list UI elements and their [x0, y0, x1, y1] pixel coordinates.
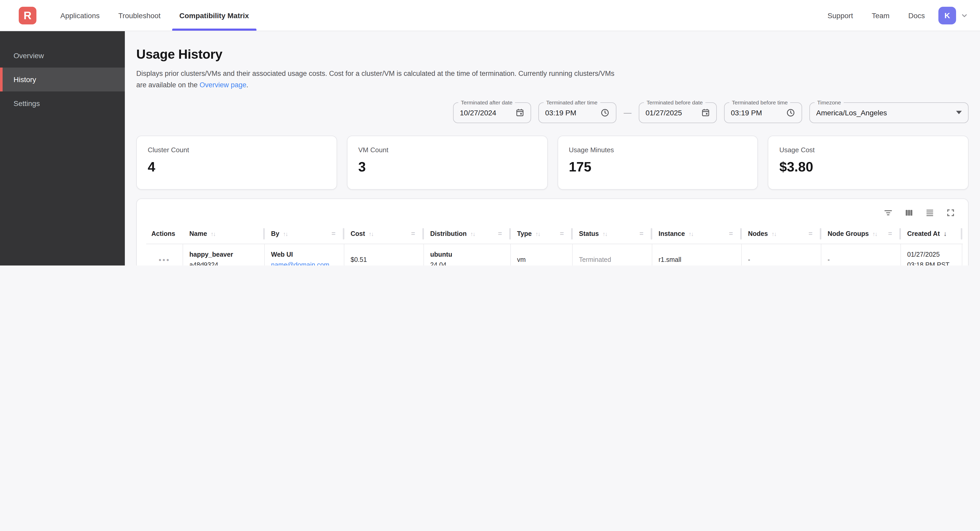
range-separator: — — [624, 108, 632, 117]
columns-icon[interactable] — [904, 208, 914, 218]
filter-icon[interactable] — [883, 208, 893, 218]
column-header-status[interactable]: Status ↑↓ ↓ = — [573, 223, 652, 243]
column-menu-icon[interactable]: = — [729, 230, 733, 238]
column-header-actions[interactable]: Actions ↑↓ ↓ = — [146, 223, 183, 243]
calendar-icon[interactable] — [701, 108, 710, 117]
stat-value: 4 — [148, 159, 326, 175]
column-menu-icon[interactable]: = — [888, 230, 892, 238]
sidebar: Overview History Settings — [0, 31, 125, 265]
sort-icon[interactable]: ↑↓ — [536, 230, 540, 237]
stat-card: Usage Cost $3.80 — [768, 135, 969, 189]
chevron-down-icon[interactable] — [960, 11, 969, 19]
cell-nodes: - — [742, 244, 821, 265]
sort-icon[interactable]: ↑↓ — [211, 230, 215, 237]
usage-table-card: Actions ↑↓ ↓ = Name ↑↓ ↓ = — [136, 198, 969, 265]
calendar-icon[interactable] — [515, 108, 524, 117]
column-header-cost[interactable]: Cost ↑↓ ↓ = — [344, 223, 424, 243]
sort-icon[interactable]: ↑↓ — [872, 230, 877, 237]
clock-icon[interactable] — [600, 108, 609, 117]
nav-tab-compatibility-matrix[interactable]: Compatibility Matrix — [170, 0, 258, 31]
sort-icon[interactable]: ↑↓ — [689, 230, 693, 237]
stat-card: Cluster Count 4 — [136, 135, 337, 189]
column-menu-icon[interactable]: = — [560, 230, 564, 238]
column-header-instance[interactable]: Instance ↑↓ ↓ = — [652, 223, 742, 243]
top-link[interactable]: Docs — [908, 11, 925, 19]
filters-row: Terminated after date 10/27/2024 Termina… — [136, 102, 969, 123]
table-header-row: Actions ↑↓ ↓ = Name ↑↓ ↓ = — [146, 223, 963, 244]
cell-distribution: ubuntu24.04 — [424, 244, 511, 265]
stat-label: Usage Cost — [780, 146, 958, 154]
sort-desc-icon[interactable]: ↓ — [943, 230, 947, 238]
active-tab-underline — [172, 29, 256, 31]
sort-icon[interactable]: ↑↓ — [283, 230, 288, 237]
column-menu-icon[interactable]: = — [640, 230, 643, 238]
column-header-nodes[interactable]: Nodes ↑↓ ↓ = — [742, 223, 821, 243]
top-link[interactable]: Team — [872, 11, 889, 19]
top-link[interactable]: Support — [827, 11, 853, 19]
logo-letter: R — [24, 9, 32, 22]
table-toolbar — [146, 206, 963, 220]
overview-page-link[interactable]: Overview page — [199, 81, 246, 89]
column-menu-icon[interactable]: = — [498, 230, 502, 238]
cell-instance: r1.small — [652, 244, 742, 265]
timezone-select[interactable]: Timezone America/Los_Angeles — [810, 102, 969, 123]
nav-tab-applications[interactable]: Applications — [51, 0, 109, 31]
nav-tab-troubleshoot[interactable]: Troubleshoot — [109, 0, 170, 31]
main-content: Usage History Displays prior clusters/VM… — [125, 31, 980, 265]
avatar-initial: K — [944, 11, 950, 20]
column-menu-icon[interactable]: = — [411, 230, 415, 238]
stat-value: 3 — [358, 159, 536, 175]
page-description: Displays prior clusters/VMs and their as… — [136, 68, 623, 91]
stat-card: Usage Minutes 175 — [557, 135, 758, 189]
sort-icon[interactable]: ↑↓ — [470, 230, 475, 237]
stat-label: Cluster Count — [148, 146, 326, 154]
stat-label: VM Count — [358, 146, 536, 154]
fullscreen-icon[interactable] — [946, 208, 956, 218]
stat-cards: Cluster Count 4 VM Count 3 Usage Minutes… — [136, 135, 969, 189]
stat-card: VM Count 3 — [347, 135, 548, 189]
table-row[interactable]: ●●● happy_beavera48d9324 Web UIname@doma… — [146, 244, 963, 265]
top-links: SupportTeamDocs — [827, 11, 925, 19]
filter-field[interactable]: Terminated after date 10/27/2024 — [453, 102, 531, 123]
stat-value: $3.80 — [780, 159, 958, 175]
filter-field[interactable]: Terminated before date 01/27/2025 — [639, 102, 717, 123]
page-title: Usage History — [136, 47, 969, 62]
table-body: ●●● happy_beavera48d9324 Web UIname@doma… — [146, 244, 963, 265]
cell-node-groups: - — [821, 244, 901, 265]
column-header-by[interactable]: By ↑↓ ↓ = — [265, 223, 344, 243]
email-link[interactable]: name@domain.com — [271, 262, 329, 265]
column-menu-icon[interactable]: = — [808, 230, 813, 238]
sort-icon[interactable]: ↑↓ — [602, 230, 607, 237]
density-icon[interactable] — [925, 208, 935, 218]
column-header-created-at[interactable]: Created At ↑↓ ↓ = — [901, 223, 963, 243]
cell-name: happy_beavera48d9324 — [183, 244, 265, 265]
cell-created-at: 01/27/202503:18 PM PST — [901, 244, 963, 265]
sidebar-item-overview[interactable]: Overview — [0, 44, 125, 68]
cell-type: vm — [511, 244, 573, 265]
more-options-icon[interactable]: ●●● — [159, 257, 170, 262]
sidebar-item-history[interactable]: History — [0, 68, 125, 92]
clock-icon[interactable] — [786, 108, 795, 117]
column-header-distribution[interactable]: Distribution ↑↓ ↓ = — [424, 223, 511, 243]
stat-value: 175 — [569, 159, 747, 175]
status-badge: Terminated — [579, 256, 647, 263]
cell-by: Web UIname@domain.com — [265, 244, 344, 265]
column-header-name[interactable]: Name ↑↓ ↓ = — [183, 223, 265, 243]
cell-actions: ●●● — [146, 244, 183, 265]
user-avatar[interactable]: K — [939, 6, 956, 24]
sort-icon[interactable]: ↑↓ — [772, 230, 776, 237]
column-menu-icon[interactable]: = — [332, 230, 336, 238]
cell-cost: $0.51 — [344, 244, 424, 265]
app-logo[interactable]: R — [19, 6, 37, 24]
stat-label: Usage Minutes — [569, 146, 747, 154]
main-nav-tabs: Applications Troubleshoot Compatibility … — [51, 0, 258, 31]
app-root: R Applications Troubleshoot Compatibilit… — [0, 0, 980, 265]
cell-status: Terminated — [573, 244, 652, 265]
column-header-node-groups[interactable]: Node Groups ↑↓ ↓ = — [821, 223, 901, 243]
sidebar-item-settings[interactable]: Settings — [0, 92, 125, 115]
column-header-type[interactable]: Type ↑↓ ↓ = — [511, 223, 573, 243]
dropdown-arrow-icon[interactable] — [956, 111, 962, 114]
filter-field[interactable]: Terminated after time 03:19 PM — [538, 102, 616, 123]
filter-field[interactable]: Terminated before time 03:19 PM — [724, 102, 802, 123]
sort-icon[interactable]: ↑↓ — [369, 230, 374, 237]
